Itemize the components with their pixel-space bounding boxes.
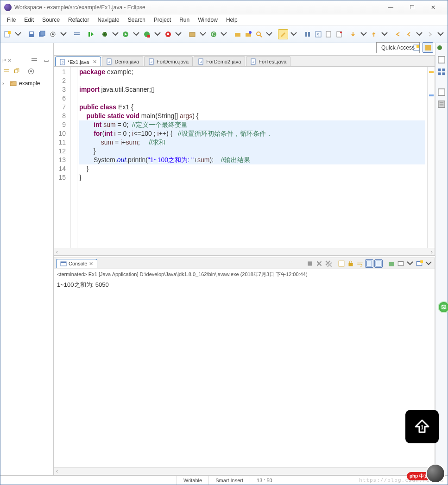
search-dropdown-icon[interactable] [265,29,275,39]
menu-source[interactable]: Source [38,16,63,24]
editor-scrollbar[interactable]: ‹› [54,248,435,255]
code-editor[interactable]: 1236789101112131415 package example;impo… [54,67,435,248]
expand-icon[interactable]: › [2,80,8,87]
minimize-button[interactable]: — [380,1,401,14]
run-dropdown-icon[interactable] [131,29,141,39]
new-console-dropdown-icon[interactable] [424,259,433,268]
new-class-dropdown-icon[interactable] [219,29,229,39]
skip-breakpoints-button[interactable] [72,29,82,39]
console-tab[interactable]: Console ✕ [56,259,97,268]
new-package-dropdown-icon[interactable] [198,29,208,39]
maximize-button[interactable]: ☐ [401,1,423,14]
debug-perspective-button[interactable] [434,42,445,53]
editor-tab[interactable]: JForTest.java [246,56,290,66]
close-button[interactable]: ✕ [423,1,444,14]
view-close-icon[interactable]: ✕ [7,57,12,63]
open-console-icon[interactable] [387,259,396,268]
search-button[interactable] [254,29,264,39]
minimize-view-icon[interactable]: ▭ [41,56,51,66]
code-content[interactable]: package example;import java.util.Scanner… [77,67,427,248]
tasklist-icon[interactable] [437,100,446,109]
menu-file[interactable]: File [3,16,19,24]
coverage-dropdown-icon[interactable] [152,29,163,39]
prev-dropdown-icon[interactable] [379,29,390,39]
back-dropdown-icon[interactable] [415,29,425,39]
toggle-mark-button[interactable] [278,29,288,39]
new-console-icon[interactable] [415,259,423,268]
prev-annotation-button[interactable] [369,29,379,39]
show-whitespace-button[interactable]: ¶ [313,29,323,39]
open-type-button[interactable] [233,29,243,39]
scroll-to-top-button[interactable]: 1 [405,410,439,443]
editor-tab[interactable]: JDemo.java [102,56,143,66]
menu-help[interactable]: Help [222,16,241,24]
tab-close-icon[interactable]: ✕ [93,59,97,65]
menu-refactor[interactable]: Refactor [64,16,93,24]
link-editor-icon[interactable] [12,67,20,76]
console-dropdown-icon[interactable] [406,259,414,268]
console-tab-close-icon[interactable]: ✕ [89,261,93,267]
forward-button[interactable] [425,29,435,39]
external-tools-dropdown-icon[interactable] [173,29,183,39]
collapse-all-icon[interactable] [2,67,11,76]
restore2-icon[interactable] [437,88,446,97]
terminate-icon[interactable] [306,259,314,268]
fold-gutter[interactable] [71,67,77,248]
editor-tab[interactable]: J*Ex1.java✕ [55,57,101,67]
outline-icon[interactable] [437,67,446,76]
console-toolbar [306,259,433,268]
coverage-button[interactable] [142,29,152,39]
editor-tab[interactable]: JForDemo.java [144,56,193,66]
external-tools-button[interactable] [163,29,173,39]
menu-navigate[interactable]: Navigate [94,16,123,24]
display-console-icon[interactable] [374,259,383,268]
menu-window[interactable]: Window [194,16,221,24]
save-all-button[interactable] [37,29,47,39]
show-console-icon[interactable] [397,259,405,268]
remove-all-icon[interactable] [324,259,333,268]
next-annotation-button[interactable] [348,29,358,39]
scroll-lock-icon[interactable] [347,259,355,268]
open-task-button[interactable] [243,29,253,39]
project-tree[interactable]: › example [0,76,53,90]
mark-dropdown-icon[interactable] [289,29,299,39]
editor-tab[interactable]: JForDemo2.java [194,56,245,66]
new-package-button[interactable] [187,29,197,39]
debug-button[interactable] [100,29,110,39]
toggle-breadcrumb-button[interactable] [48,29,58,39]
new-class-button[interactable]: C [208,29,219,39]
clear-console-icon[interactable] [337,259,346,268]
view-menu-icon[interactable] [29,56,39,66]
debug-dropdown-icon[interactable] [110,29,120,39]
focus-task-icon[interactable] [27,67,35,76]
menu-run[interactable]: Run [176,16,193,24]
new-button[interactable] [2,29,13,39]
word-wrap-icon[interactable] [356,259,364,268]
pin-button[interactable] [334,29,344,39]
java-perspective-button[interactable] [423,42,433,53]
open-perspective-button[interactable] [411,42,422,53]
restore-icon[interactable] [437,55,446,64]
overview-ruler[interactable] [427,67,435,248]
next-dropdown-icon[interactable] [359,29,369,39]
run-button[interactable] [121,29,131,39]
menu-project[interactable]: Project [150,16,175,24]
back-button[interactable] [404,29,414,39]
toggle-block-button[interactable] [303,29,313,39]
green-badge[interactable]: 52 [438,301,448,313]
save-button[interactable] [27,29,37,39]
pin-console-icon[interactable] [365,259,373,268]
menu-edit[interactable]: Edit [20,16,38,24]
new-dropdown-icon[interactable] [13,29,23,39]
console-scrollbar[interactable]: ‹› [54,467,435,475]
remove-launch-icon[interactable] [315,259,323,268]
menu-search[interactable]: Search [124,16,149,24]
project-node[interactable]: › example [2,79,51,88]
forward-dropdown-icon[interactable] [435,29,446,39]
last-edit-button[interactable] [393,29,404,39]
show-source-button[interactable] [323,29,334,39]
avatar-icon[interactable] [426,464,445,483]
dropdown-icon[interactable] [58,29,69,39]
console-output[interactable]: 1~100之和为: 5050 [54,280,435,467]
resume-button[interactable] [86,29,96,39]
